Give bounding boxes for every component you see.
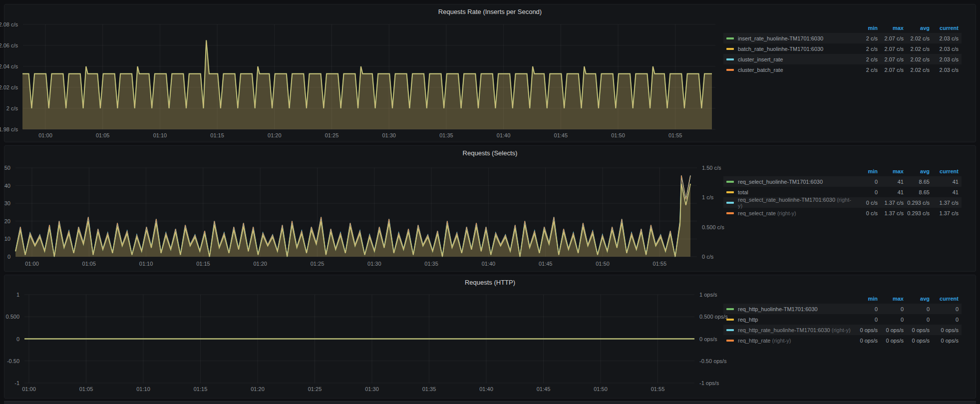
next-row-panel-edge — [4, 401, 976, 404]
panel-requests-http: Requests (HTTP) 10.5000-0.50-11 ops/s0.5… — [4, 275, 976, 399]
grafana-dashboard: { "colors": { "green": "#73bf69", "yello… — [0, 0, 980, 404]
panel-requests-selects: Requests (Selects) 504030201001.50 c/s1 … — [4, 145, 976, 272]
chart-plot-area[interactable] — [4, 275, 977, 399]
chart-plot-area[interactable] — [4, 4, 977, 143]
chart-plot-area[interactable] — [4, 146, 977, 272]
series-area-fill — [15, 184, 690, 257]
series-area-fill — [22, 40, 712, 130]
panel-requests-rate-inserts: Requests Rate (Inserts per Second) 2.08 … — [4, 4, 976, 142]
